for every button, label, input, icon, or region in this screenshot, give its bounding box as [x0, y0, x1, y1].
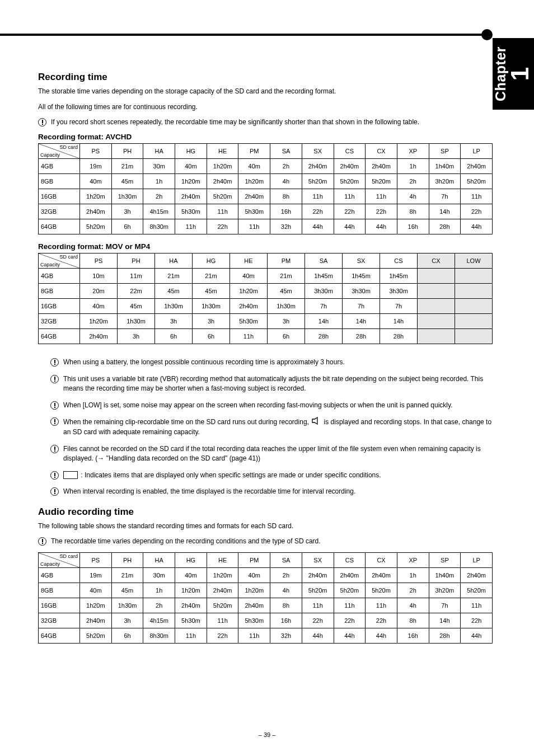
table-cell: 2h40m [334, 567, 366, 583]
table-cell: 2h40m [461, 567, 493, 583]
table-cell: 22h [366, 204, 397, 219]
table-cell: 11h [302, 598, 334, 613]
table-cell: 1h45m [380, 269, 418, 284]
table-col-header: LP [461, 144, 493, 159]
table-cell: 44h [334, 219, 366, 234]
table-cell: 2h40m [334, 159, 366, 174]
table-cell: 44h [366, 628, 397, 643]
table-cell: 2h40m [238, 189, 270, 204]
note-6-text: : Indicates items that are displayed onl… [63, 471, 381, 480]
table-row-label: 16GB [39, 598, 80, 613]
audio-note-text: The recordable time varies depending on … [51, 537, 321, 546]
note-6: : Indicates items that are displayed onl… [50, 471, 493, 480]
table-cell: 44h [461, 628, 493, 643]
table-cell: 1h30m [118, 314, 155, 329]
table-cell: 4h [270, 174, 302, 189]
table-row: 32GB2h40m3h4h15m5h30m11h5h30m16h22h22h22… [39, 204, 493, 219]
table-cell [418, 269, 455, 284]
table-cell: 32h [270, 219, 302, 234]
recording-time-table-2: SD cardCapacityPSPHHAHGHEPMSASXCSCXLOW4G… [38, 253, 493, 344]
table-row-label: 8GB [39, 174, 80, 189]
table-row-label: 8GB [39, 284, 80, 299]
table-row: 4GB19m21m30m40m1h20m40m2h2h40m2h40m2h40m… [39, 159, 493, 174]
table-cell: 40m [238, 567, 270, 583]
table-col-header: PS [80, 253, 118, 269]
table-cell: 14h [429, 613, 461, 628]
table-cell: 45m [111, 174, 143, 189]
table-cell: 1h [143, 583, 175, 598]
table-col-header: HE [207, 552, 238, 567]
table-cell: 11h [334, 598, 366, 613]
audio-recording-table: SD cardCapacityPSPHHAHGHEPMSASXCSCXXPSPL… [38, 552, 493, 644]
table-cell: 45m [155, 284, 193, 299]
table-cell: 5h20m [302, 583, 334, 598]
table-cell: 5h20m [302, 174, 334, 189]
table-col-header: PS [80, 144, 112, 159]
table-cell: 5h30m [238, 204, 270, 219]
table-cell: 1h20m [238, 174, 270, 189]
table-col-header: LOW [455, 253, 493, 269]
table-cell: 1h30m [111, 189, 143, 204]
table-cell: 8h [270, 598, 302, 613]
table-cell: 45m [118, 299, 155, 314]
table-col-header: PS [80, 552, 112, 567]
table-cell: 5h20m [80, 219, 112, 234]
table-cell: 28h [343, 329, 380, 344]
table-cell: 28h [305, 329, 343, 344]
table-cell: 40m [230, 269, 268, 284]
table-row-label: 32GB [39, 613, 80, 628]
table-cell: 1h45m [343, 269, 380, 284]
table-cell: 22h [334, 613, 366, 628]
table-cell: 2h [397, 583, 429, 598]
table-col-header: PH [118, 253, 155, 269]
table-cell: 44h [366, 219, 397, 234]
table-cell: 3h [111, 204, 143, 219]
table-cell: 5h20m [461, 174, 493, 189]
table-cell: 8h30m [143, 628, 175, 643]
table-cell: 16h [397, 219, 429, 234]
notice-intro: If you record short scenes repeatedly, t… [38, 118, 493, 127]
table-cell: 3h30m [380, 284, 418, 299]
table-row: 4GB10m11m21m21m40m21m1h45m1h45m1h45m [39, 269, 493, 284]
table-col-header: CS [334, 552, 366, 567]
table-cell: 22h [334, 204, 366, 219]
table-cell: 2h40m [80, 204, 112, 219]
table-cell: 7h [429, 189, 461, 204]
table-cell: 1h20m [207, 567, 238, 583]
table-cell: 11h [175, 628, 207, 643]
alert-icon [38, 537, 46, 546]
table-cell: 22h [461, 613, 493, 628]
alert-icon [50, 401, 59, 410]
table-cell: 5h20m [366, 583, 397, 598]
table-cell: 3h20m [429, 583, 461, 598]
table-cell: 22h [302, 204, 334, 219]
table-row: 8GB40m45m1h1h20m2h40m1h20m4h5h20m5h20m5h… [39, 583, 493, 598]
table-cell: 2h40m [175, 189, 207, 204]
table-row: 64GB5h20m6h8h30m11h22h11h32h44h44h44h16h… [39, 219, 493, 234]
note-6-body: : Indicates items that are displayed onl… [81, 471, 381, 479]
table-cell: 1h [397, 567, 429, 583]
table-cell: 2h [397, 174, 429, 189]
table-row: 16GB1h20m1h30m2h2h40m5h20m2h40m8h11h11h1… [39, 598, 493, 613]
table-col-header: XP [397, 144, 429, 159]
table-cell: 21m [111, 567, 143, 583]
table-cell: 2h40m [302, 159, 334, 174]
table-cell: 11h [334, 189, 366, 204]
table-cell: 14h [429, 204, 461, 219]
table-col-header: CX [366, 552, 397, 567]
audio-note: The recordable time varies depending on … [38, 537, 493, 546]
table2-caption: Recording format: MOV or MP4 [38, 242, 493, 251]
table-row: 16GB40m45m1h30m1h30m2h40m1h30m7h7h7h [39, 299, 493, 314]
table-col-header: LP [461, 552, 493, 567]
table-cell: 5h20m [461, 583, 493, 598]
table-cell: 2h40m [207, 583, 238, 598]
table-cell: 2h [143, 189, 175, 204]
table-cell: 22h [207, 628, 238, 643]
table-cell [455, 269, 493, 284]
table-cell: 44h [461, 219, 493, 234]
table-cell: 5h20m [334, 174, 366, 189]
alert-icon [50, 375, 59, 383]
table-cell: 11h [175, 219, 207, 234]
table-cell: 6h [268, 329, 305, 344]
table-cell: 21m [193, 269, 230, 284]
